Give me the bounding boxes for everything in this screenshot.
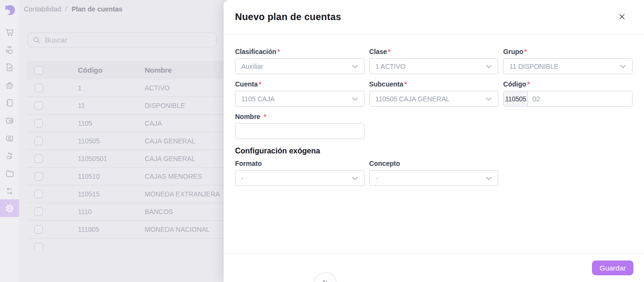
cell-codigo: 110515 [78,190,145,198]
subcuenta-label: Subcuenta [369,80,404,88]
sidebar-item-cart[interactable] [0,23,19,41]
table-row[interactable]: 11 DISPONIBLE [27,97,224,115]
field-concepto: Concepto - [369,160,499,186]
subcuenta-select[interactable]: 110505 CAJA GENERAL [369,91,499,107]
sidebar-item-folder[interactable] [0,164,19,182]
table-row[interactable] [27,239,224,249]
concepto-select[interactable]: - [369,170,499,186]
app-logo[interactable] [3,3,16,16]
save-button[interactable]: Guardar [592,260,633,275]
table-body: 1 ACTIVO 11 DISPONIBLE 1105 CAJA 110505 … [27,79,224,249]
column-header-nombre: Nombre [145,66,221,74]
cell-codigo: 110505 [78,137,145,145]
search-box[interactable] [27,33,217,47]
codigo-input[interactable] [528,91,632,106]
cuenta-select[interactable]: 1105 CAJA [235,91,365,107]
row-checkbox[interactable] [34,190,43,198]
table-row[interactable]: 110515 MONEDA EXTRANJERA [27,185,224,203]
breadcrumb-current: Plan de cuentas [72,5,123,13]
cell-nombre: CAJA [145,119,221,127]
sidebar-item-kardex[interactable] [0,94,19,111]
cell-codigo: 11 [78,102,145,109]
row-checkbox[interactable] [34,154,43,163]
cuenta-value: 1105 CAJA [241,95,275,103]
modal-footer: Guardar [224,253,644,282]
grupo-select[interactable]: 11 DISPONIBLE [503,58,633,74]
cell-codigo: 11050501 [78,155,145,163]
clase-label: Clase [369,48,387,55]
cell-nombre: MONEDA NACIONAL [145,226,221,233]
formato-value: - [241,174,244,182]
cell-nombre: CAJA GENERAL [145,137,221,145]
select-all-checkbox[interactable] [34,66,43,75]
grupo-value: 11 DISPONIBLE [509,63,558,70]
table-row[interactable]: 111005 MONEDA NACIONAL [27,221,224,239]
formato-label: Formato [235,160,262,167]
field-nombre: Nombre* [235,113,365,139]
row-checkbox[interactable] [34,101,43,110]
cell-nombre: ACTIVO [145,84,221,92]
required-asterisk: * [277,48,279,55]
cell-nombre: BANCOS [145,208,221,216]
concepto-value: - [376,174,378,182]
field-cuenta: Cuenta* 1105 CAJA [235,80,365,107]
close-icon[interactable] [615,10,629,23]
clasificacion-label: Clasificación [235,48,276,55]
sidebar-item-payroll[interactable] [0,147,19,164]
required-asterisk: * [404,80,407,88]
chevron-down-icon [352,97,358,101]
clase-value: 1 ACTIVO [376,63,406,70]
sidebar-item-settings[interactable] [0,199,19,217]
row-checkbox[interactable] [34,137,43,145]
modal-title: Nuevo plan de cuentas [235,11,341,22]
table-row[interactable]: 110505 CAJA GENERAL [27,132,224,150]
clasificacion-value: Auxiliar [241,63,263,70]
section-title-configuracion-exogena: Configuración exógena [235,147,633,155]
table-row[interactable]: 1110 BANCOS [27,203,224,221]
chevron-down-icon [352,176,358,180]
required-asterisk: * [388,48,390,55]
search-input[interactable] [45,36,212,44]
column-header-codigo: Código [78,66,145,74]
clasificacion-select[interactable]: Auxiliar [235,58,365,74]
modal-header: Nuevo plan de cuentas [224,0,644,34]
clase-select[interactable]: 1 ACTIVO [369,58,499,74]
nombre-label: Nombre [235,113,260,120]
breadcrumb-section[interactable]: Contabilidad [24,5,61,13]
chevron-down-icon [352,65,358,68]
sidebar-item-cash[interactable] [0,129,19,147]
formato-select[interactable]: - [235,170,365,186]
codigo-prefix: 110505 [504,91,528,106]
field-codigo: Código* 110505 [503,80,633,107]
row-checkbox[interactable] [34,172,43,181]
table-row[interactable]: 110510 CAJAS MENORES [27,168,224,185]
table-row[interactable]: 1105 CAJA [27,115,224,132]
mountain-icon [320,276,331,282]
cell-nombre: MONEDA EXTRANJERA [145,190,221,198]
required-asterisk: * [264,113,266,120]
cuenta-label: Cuenta [235,80,258,88]
codigo-label: Código [503,80,526,88]
chevron-down-icon [620,65,626,68]
field-grupo: Grupo* 11 DISPONIBLE [503,48,633,74]
required-asterisk: * [524,48,526,55]
row-checkbox[interactable] [34,207,43,216]
sidebar-item-transfers[interactable] [0,182,19,200]
row-checkbox[interactable] [34,225,43,234]
search-icon [32,36,41,44]
sidebar-item-basket[interactable] [0,76,19,94]
row-checkbox[interactable] [34,243,43,249]
sidebar-item-wallet[interactable] [0,111,19,129]
sidebar-item-invoice[interactable] [0,58,19,76]
breadcrumb: Contabilidad / Plan de cuentas [24,5,122,13]
row-checkbox[interactable] [34,119,43,128]
required-asterisk: * [258,80,261,88]
chevron-down-icon [485,176,492,180]
nombre-input[interactable] [235,123,365,139]
chevron-down-icon [485,97,492,101]
cell-codigo: 1 [78,84,145,92]
table-row[interactable]: 11050501 CAJA GENERAL [27,150,224,168]
table-row[interactable]: 1 ACTIVO [27,79,224,97]
sidebar-item-inventory[interactable] [0,41,19,58]
row-checkbox[interactable] [34,84,43,92]
